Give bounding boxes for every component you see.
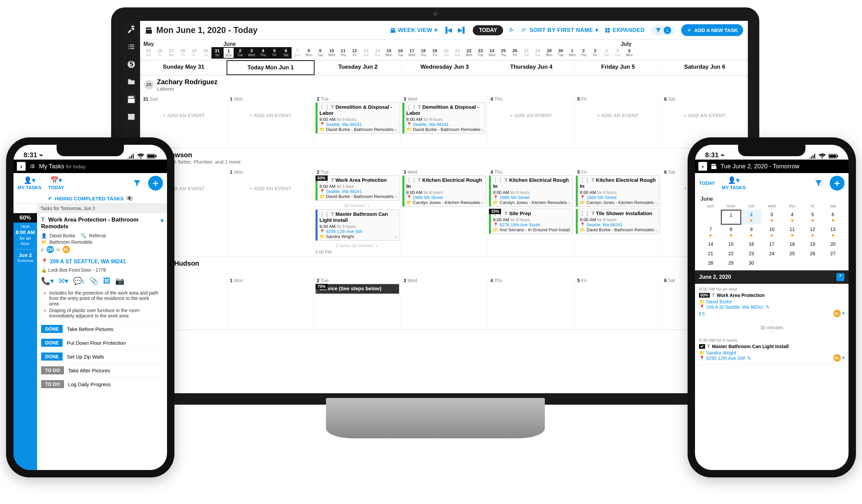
collapse-button[interactable]: ˄	[836, 273, 845, 281]
mini-cal-day[interactable]: 29	[721, 258, 742, 268]
camera-icon[interactable]: 📷	[115, 277, 124, 286]
mini-cal-day[interactable]: 30	[741, 258, 762, 268]
mini-cal-day[interactable]: 16	[741, 239, 762, 249]
task-card[interactable]: ⋮⋮ T Tile Shower Installation 8:00 AM fo…	[576, 209, 659, 234]
tab-mytasks[interactable]: 👤▾ MY TASKS	[17, 176, 41, 190]
back-button[interactable]: ›	[17, 162, 26, 171]
back-button[interactable]: ›	[698, 162, 707, 171]
day-header[interactable]: Friday Jun 5	[574, 60, 661, 75]
gantt-icon[interactable]	[509, 27, 515, 33]
strip-day[interactable]: 16Tue	[395, 47, 406, 58]
task-card[interactable]: ⋮⋮ T Demolition & Disposal - Labor 8:00 …	[315, 102, 399, 134]
mini-cal-day[interactable]	[701, 210, 721, 225]
filter-button[interactable]	[814, 179, 823, 187]
mini-cal-day[interactable]	[802, 258, 823, 268]
day-header[interactable]: Today Mon Jun 1	[226, 60, 314, 75]
task-card[interactable]: ⋮⋮ T Demolition & Disposal - Labor 8:00 …	[402, 102, 486, 134]
filter-button[interactable]: 1	[651, 25, 675, 35]
mini-cal-day[interactable]: 3	[762, 210, 782, 225]
checklist-item[interactable]: DONETake Before Pictures	[37, 322, 167, 336]
mini-cal-day[interactable]: 10	[762, 225, 782, 239]
mini-cal-day[interactable]: 25	[782, 249, 802, 258]
strip-day[interactable]: 17Wed	[406, 47, 418, 58]
strip-day[interactable]: 23Tue	[475, 47, 486, 58]
strip-day[interactable]: 27We	[166, 47, 177, 58]
checklist-item[interactable]: TO DOLog Daily Progress	[37, 377, 167, 391]
tab-mytasks[interactable]: 👤▾ MY TASKS	[722, 176, 745, 190]
strip-day[interactable]: 13Sat	[360, 47, 372, 58]
day-header[interactable]: Saturday Jun 6	[661, 60, 748, 75]
task-card[interactable]: ⋮⋮ T Master Bathroom Can Light Install 9…	[315, 209, 399, 241]
strip-day[interactable]: 2Tue	[234, 47, 246, 58]
strip-day[interactable]: 15Mon	[383, 47, 395, 58]
strip-day[interactable]: 18Thu	[418, 47, 429, 58]
agenda-item[interactable]: 8:00 AM for an hour 60% T Work Area Prot…	[695, 284, 849, 320]
add-button[interactable]: ＋	[148, 176, 163, 190]
comment-icon[interactable]: 💬2	[73, 277, 84, 286]
mini-cal-day[interactable]: 17	[762, 239, 782, 249]
strip-day[interactable]: 28Th	[177, 47, 188, 58]
strip-day[interactable]: 22Mon	[463, 47, 475, 58]
strip-day[interactable]: 19Fri	[429, 47, 441, 58]
task-card[interactable]: 75%Service (See steps below)	[315, 284, 399, 294]
task-card[interactable]: ⋮⋮ T Kitchen Electrical Rough In 8:00 AM…	[402, 175, 486, 207]
strip-day[interactable]: 4Thu	[257, 47, 269, 58]
day-header[interactable]: Sunday May 31	[140, 60, 226, 75]
attachment-icon[interactable]: 📎	[89, 277, 98, 286]
add-task-button[interactable]: ＋ ADD A NEW TASK	[681, 24, 743, 36]
strip-day[interactable]: 21Sun	[452, 47, 463, 58]
image-icon[interactable]	[127, 112, 136, 121]
task-card[interactable]: 60%⋮⋮ T Work Area Protection 8:00 AM for…	[315, 175, 399, 201]
task-card[interactable]: ⋮⋮ T Kitchen Electrical Rough In 8:00 AM…	[576, 175, 659, 207]
strip-day[interactable]: 10Wed	[326, 47, 337, 58]
strip-day[interactable]: 8Mon	[303, 47, 314, 58]
mini-cal-day[interactable]: 27	[823, 249, 843, 258]
state-chip[interactable]: DONE	[41, 353, 63, 361]
mini-cal-day[interactable]: 28	[701, 258, 721, 268]
strip-day[interactable]: 29Mon	[544, 47, 555, 58]
strip-day[interactable]: 30Sa	[200, 47, 211, 58]
tab-today[interactable]: 📅▾ TODAY	[48, 176, 64, 190]
add-event[interactable]: + ADD AN EVENT	[576, 112, 659, 118]
mini-cal-day[interactable]: 4	[782, 210, 802, 225]
day-header[interactable]: Wednesday Jun 3	[401, 60, 487, 75]
add-event[interactable]: + ADD AN EVENT	[489, 112, 573, 118]
strip-day[interactable]: 26Fri	[509, 47, 521, 58]
mini-cal-day[interactable]: 14	[701, 239, 721, 249]
person-header[interactable]: icole Hudson orer	[140, 257, 748, 276]
task-location[interactable]: 📍 209 A ST SEATTLE, WA 98241	[37, 257, 167, 266]
strip-day[interactable]: 5Sun	[612, 47, 624, 58]
checklist-item[interactable]: DONESet Up Zip Walls	[37, 349, 167, 363]
strip-day[interactable]: 20Sat	[441, 47, 452, 58]
add-event[interactable]: + ADD AN EVENT	[663, 112, 746, 118]
strip-day[interactable]: 25Mo	[143, 47, 154, 58]
today-button[interactable]: TODAY	[473, 25, 503, 35]
add-event[interactable]: + ADD AN EVENT	[228, 186, 313, 191]
mini-cal-day[interactable]	[762, 258, 782, 268]
mail-icon[interactable]: ✉▾	[58, 277, 68, 286]
folder-icon[interactable]	[127, 77, 136, 86]
mini-cal-day[interactable]: 15	[721, 239, 742, 249]
mini-cal-day[interactable]: 5	[802, 210, 823, 225]
checklist-item[interactable]: TO DOTake After Pictures	[37, 363, 167, 377]
mini-cal-day[interactable]: 8	[721, 225, 742, 239]
mini-cal-day[interactable]	[782, 258, 802, 268]
mini-cal-day[interactable]: 18	[782, 239, 802, 249]
mini-cal-day[interactable]: 2	[741, 210, 762, 225]
state-chip[interactable]: TO DO	[41, 366, 64, 374]
person-header[interactable]: ZR Zachary Rodriguez Laborer	[140, 76, 748, 94]
sort-select[interactable]: SORT BY FIRST NAME ▾	[521, 27, 598, 34]
next-button[interactable]: ▶▌	[458, 27, 467, 34]
mini-cal-day[interactable]: 9	[741, 225, 762, 239]
strip-day[interactable]: 1Mon	[223, 47, 234, 58]
add-button[interactable]: ＋	[830, 176, 845, 190]
mini-cal-day[interactable]: 24	[762, 249, 782, 258]
mini-cal-day[interactable]: 7	[701, 225, 721, 239]
strip-day[interactable]: 3Wed	[246, 47, 257, 58]
mini-calendar[interactable]: June sunmontuewedthufrisat 1234567891011…	[695, 193, 849, 270]
layout-select[interactable]: EXPANDED	[604, 27, 645, 34]
mini-cal-day[interactable]	[823, 258, 843, 268]
strip-day[interactable]: 11Thu	[337, 47, 349, 58]
task-card[interactable]: 33%⋮⋮ T Site Prep 8:00 AM for 9 hours 📍 …	[489, 209, 573, 234]
strip-day[interactable]: 12Fri	[349, 47, 360, 58]
